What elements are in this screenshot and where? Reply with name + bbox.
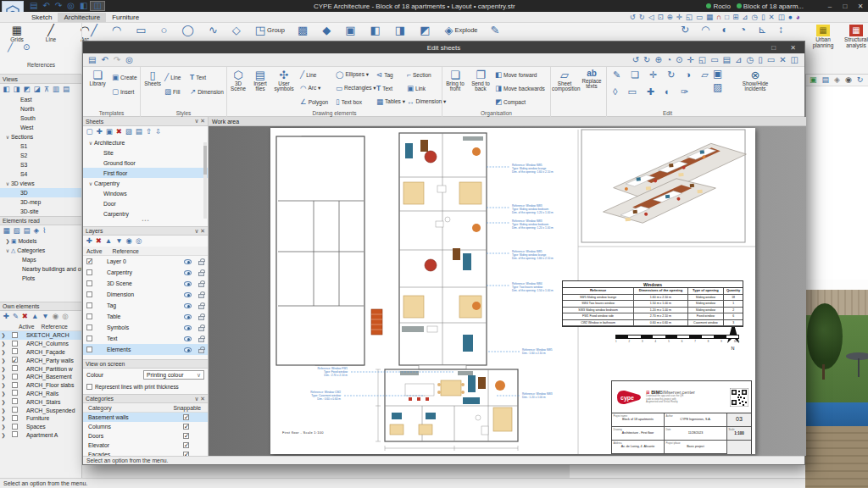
layer-visibility-icon[interactable]: [184, 336, 192, 341]
delete-icon[interactable]: ✕: [778, 56, 787, 64]
category-row[interactable]: Basement walls: [83, 413, 208, 422]
layer-row[interactable]: 3D Scene: [83, 278, 208, 289]
pin-icon[interactable]: ⌇: [42, 227, 47, 235]
up-icon[interactable]: ▲: [103, 237, 113, 245]
group-button[interactable]: ◳Group: [253, 25, 287, 36]
frame-icon[interactable]: ▭: [694, 14, 704, 21]
down-icon[interactable]: ▼: [41, 313, 50, 320]
print-thickness-checkbox[interactable]: [86, 384, 92, 390]
elements-tree-item[interactable]: Nearby buildings and oth: [0, 264, 81, 274]
zoom-prev-icon[interactable]: ◁: [647, 14, 656, 21]
fit-icon[interactable]: ◱: [698, 56, 707, 64]
active-checkbox[interactable]: [12, 431, 18, 437]
view-tree-item[interactable]: 3D-site: [0, 207, 81, 216]
expander-icon[interactable]: ❯: [0, 341, 7, 347]
stretch-icon[interactable]: ▭: [625, 87, 638, 97]
add-sheet-icon[interactable]: ✚: [95, 128, 103, 136]
delete-layer-icon[interactable]: ✖: [94, 237, 103, 245]
angle-icon[interactable]: ⊾: [755, 25, 769, 35]
own-element-row[interactable]: ❯ Apartment A: [0, 431, 81, 440]
ribbon-tab[interactable]: Architecture: [58, 13, 106, 22]
colour-select[interactable]: Printing colour∨: [143, 370, 204, 380]
3d-scene-button[interactable]: ⬡3D Scene: [228, 69, 248, 92]
sheet-composition-button[interactable]: ▱Sheet composition: [552, 69, 577, 92]
note-icon[interactable]: ▯: [757, 56, 764, 64]
rectangles-button[interactable]: ▭Rectangles ▾: [336, 84, 376, 92]
save-icon[interactable]: ▤: [86, 56, 98, 64]
move-icon[interactable]: ✛: [647, 70, 659, 80]
snappable-checkbox[interactable]: [183, 414, 189, 420]
globe-icon[interactable]: ●: [787, 14, 794, 21]
circle-icon[interactable]: ○: [158, 25, 171, 36]
layer-active-checkbox[interactable]: [86, 269, 92, 275]
view-tree-item[interactable]: S1: [0, 141, 81, 151]
own-element-row[interactable]: ❯ ARCH_Floor slabs: [0, 381, 81, 390]
pan-icon[interactable]: ✛: [675, 14, 684, 21]
layer-lock-icon[interactable]: [198, 316, 204, 320]
layer-row[interactable]: Text: [83, 333, 208, 344]
link-button[interactable]: ▣Link: [407, 84, 426, 92]
expander-icon[interactable]: ❯: [0, 415, 7, 421]
list-icon[interactable]: ▤: [22, 227, 31, 235]
polygon-icon[interactable]: ◇: [230, 25, 245, 36]
zoom-shaded-icon[interactable]: ◔: [665, 56, 672, 64]
ribbon-tab[interactable]: Furniture: [106, 13, 145, 22]
dialog-titlebar[interactable]: Edit sheets □ ✕: [83, 42, 804, 53]
layer-row[interactable]: Tag: [83, 300, 208, 311]
zoom-in-icon[interactable]: ⊕: [654, 56, 662, 64]
sheets-style-button[interactable]: ▯Sheets: [142, 69, 164, 86]
dimension-style-button[interactable]: ↗Dimension: [190, 87, 224, 96]
zoom-window-icon[interactable]: ⊙: [675, 56, 683, 64]
spin-icon[interactable]: ↻: [637, 14, 647, 21]
blocks-icon[interactable]: ▩: [295, 25, 312, 36]
layer-row[interactable]: Layer 0: [83, 256, 208, 267]
refresh-icon[interactable]: ↻: [855, 76, 865, 84]
tables-button[interactable]: ▦Tables ▾: [376, 97, 405, 106]
layer-visibility-icon[interactable]: [184, 292, 192, 297]
layer-active-checkbox[interactable]: [86, 313, 92, 319]
view-tree-item[interactable]: S2: [0, 151, 81, 160]
create-button[interactable]: ▣Create: [112, 73, 137, 81]
category-row[interactable]: Columns: [83, 422, 208, 431]
layer-row[interactable]: Symbols: [83, 322, 208, 333]
down-icon[interactable]: ▼: [114, 237, 124, 245]
layer-row[interactable]: Dimension: [83, 289, 208, 300]
line-button[interactable]: ╱Line: [36, 25, 66, 42]
comment-icon[interactable]: ▯: [760, 14, 767, 21]
layer-visibility-icon[interactable]: [184, 303, 192, 308]
view-tree-item[interactable]: S4: [0, 169, 81, 179]
tools-icon[interactable]: ✕: [767, 14, 776, 21]
sync-icon[interactable]: ▧: [12, 227, 21, 235]
layer-lock-icon[interactable]: [198, 294, 204, 298]
magnet-icon[interactable]: ∩: [715, 14, 723, 21]
add-solid-icon[interactable]: ◨: [392, 25, 409, 36]
symmetry-icon[interactable]: ◐: [662, 87, 673, 97]
insert-files-button[interactable]: ▤Insert files: [250, 69, 270, 92]
sheet-tree-item[interactable]: Ground floor: [83, 158, 208, 168]
minimize-button[interactable]: –: [822, 3, 837, 10]
add-layer-icon[interactable]: ✚: [85, 237, 93, 245]
own-element-row[interactable]: ❯ ARCH_Party walls: [0, 356, 81, 364]
expander-icon[interactable]: ❯: [0, 424, 7, 430]
sheet-tree-item[interactable]: First floor: [83, 168, 208, 178]
own-element-row[interactable]: ❯ Spaces: [0, 423, 81, 431]
show-icon[interactable]: ◉: [51, 313, 59, 320]
elements-tree-item[interactable]: ❯▣Models: [0, 236, 81, 246]
layer-active-checkbox[interactable]: [86, 324, 92, 330]
layer-row[interactable]: Carpentry: [83, 267, 208, 278]
ribbon-tab[interactable]: Sketch: [25, 13, 58, 22]
layer-lock-icon[interactable]: [198, 305, 204, 309]
ref-line-icon[interactable]: ╱: [5, 43, 15, 52]
layer-lock-icon[interactable]: [198, 272, 204, 276]
own-element-row[interactable]: ❯ ARCH_Basement: [0, 373, 81, 381]
sheet-tree-item[interactable]: Windows: [83, 188, 208, 198]
view-tree-item[interactable]: 3D-mep: [0, 197, 81, 207]
mirror-icon[interactable]: ◑: [683, 70, 694, 80]
ref-icon[interactable]: ◱: [684, 14, 694, 21]
arc-icon[interactable]: ◠: [109, 25, 125, 36]
view-tree-item[interactable]: S3: [0, 160, 81, 169]
layer-row[interactable]: Table: [83, 311, 208, 322]
panel-splitter[interactable]: • • •: [83, 219, 208, 222]
attach-icon[interactable]: ▱: [698, 70, 710, 80]
active-checkbox[interactable]: [12, 415, 18, 421]
